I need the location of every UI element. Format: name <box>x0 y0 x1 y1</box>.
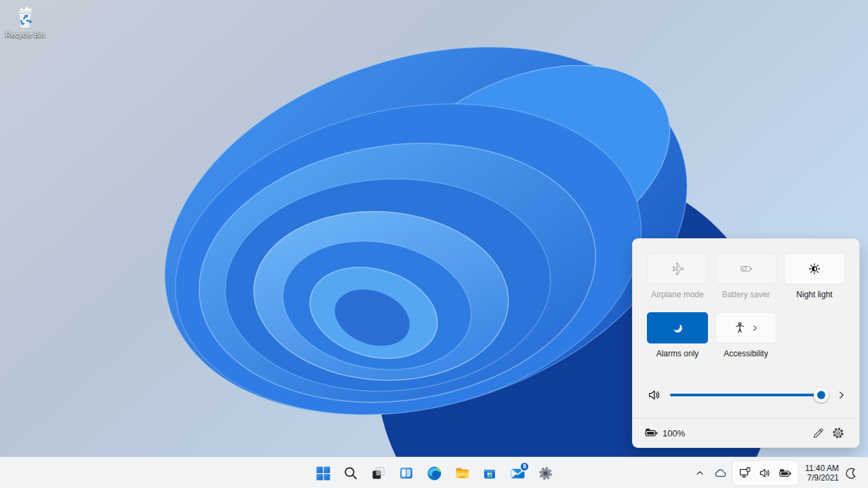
settings-shortcut-button[interactable] <box>828 423 848 443</box>
system-tray: 11:40 AM 7/9/2021 <box>691 457 861 488</box>
widgets-button[interactable] <box>394 461 418 485</box>
battery-saver-tile[interactable] <box>715 253 776 284</box>
accessibility-tile[interactable] <box>715 312 776 343</box>
night-light-tile[interactable] <box>784 253 845 284</box>
accessibility-label: Accessibility <box>715 349 776 358</box>
volume-slider-fill <box>670 394 821 396</box>
airplane-mode-label: Airplane mode <box>647 290 708 299</box>
battery-tray-icon <box>778 468 792 479</box>
store-button[interactable] <box>477 461 502 485</box>
search-icon <box>342 465 359 481</box>
battery-saver-label: Battery saver <box>715 290 776 299</box>
store-icon <box>481 465 498 481</box>
quick-settings-panel: Airplane mode Battery saver <box>632 238 860 448</box>
alarms-only-label: Alarms only <box>647 349 708 358</box>
file-explorer-button[interactable] <box>450 461 474 485</box>
quick-settings-footer: 100% <box>633 418 859 447</box>
settings-button[interactable] <box>533 461 557 485</box>
recycle-bin-shortcut[interactable]: Recycle Bin <box>3 4 47 39</box>
battery-saver-icon <box>738 261 753 276</box>
start-button[interactable] <box>311 461 335 485</box>
desktop: Recycle Bin Airplane mode <box>0 0 868 488</box>
night-light-label: Night light <box>784 290 845 299</box>
clock[interactable]: 11:40 AM 7/9/2021 <box>805 464 839 483</box>
volume-row <box>647 386 846 405</box>
widgets-icon <box>398 465 414 481</box>
folder-icon <box>454 465 471 482</box>
taskbar-center-icons: 8 <box>311 457 557 488</box>
battery-charging-icon <box>644 427 658 439</box>
accessibility-icon <box>733 321 747 335</box>
recycle-bin-label: Recycle Bin <box>3 31 47 39</box>
airplane-icon <box>670 261 685 276</box>
windows-start-icon <box>315 465 332 482</box>
search-button[interactable] <box>338 461 363 485</box>
task-view-icon <box>370 465 387 481</box>
mail-unread-badge: 8 <box>519 462 530 472</box>
task-view-button[interactable] <box>366 461 391 485</box>
show-hidden-icons-button[interactable] <box>691 462 709 485</box>
speaker-icon[interactable] <box>647 388 662 402</box>
volume-tray-icon <box>758 466 772 480</box>
pencil-icon <box>812 427 825 440</box>
quick-settings-tray-button[interactable] <box>732 461 798 485</box>
clock-time: 11:40 AM <box>805 464 839 473</box>
airplane-mode-tile[interactable] <box>647 253 708 284</box>
moon-icon <box>670 320 685 335</box>
edit-quick-settings-button[interactable] <box>808 423 828 443</box>
mail-button[interactable]: 8 <box>505 461 530 485</box>
focus-assist-indicator[interactable] <box>840 462 861 485</box>
network-icon <box>738 466 752 480</box>
recycle-bin-icon <box>13 4 37 30</box>
volume-slider-thumb[interactable] <box>814 388 829 402</box>
edge-button[interactable] <box>422 461 446 485</box>
battery-status[interactable]: 100% <box>644 427 685 439</box>
taskbar: 8 <box>0 457 868 488</box>
focus-moon-icon <box>844 466 858 481</box>
chevron-right-icon <box>751 324 759 332</box>
clock-date: 7/9/2021 <box>805 473 839 483</box>
gear-icon <box>831 426 845 440</box>
chevron-up-icon <box>694 468 705 478</box>
cloud-icon <box>713 466 728 481</box>
settings-gear-icon <box>537 465 554 482</box>
onedrive-button[interactable] <box>710 462 731 485</box>
edge-icon <box>426 465 443 482</box>
alarms-only-tile[interactable] <box>647 312 708 343</box>
night-light-icon <box>807 261 822 276</box>
battery-percent-text: 100% <box>663 428 685 438</box>
volume-slider[interactable] <box>670 394 827 396</box>
volume-expand-chevron-icon[interactable] <box>837 390 846 400</box>
